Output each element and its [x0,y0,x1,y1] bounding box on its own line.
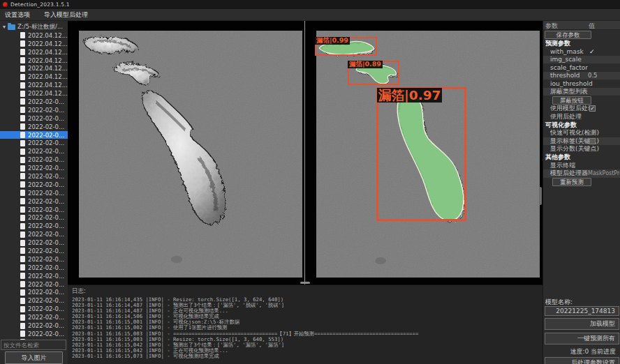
param-blocked-types[interactable]: 屏蔽类型列表 [543,88,620,96]
tree-root[interactable]: ▾Z:/5-标注数据/... [0,23,68,31]
tree-item-label: 2022.04.12... [28,65,68,72]
import-images-button[interactable]: 导入图片 [5,351,63,364]
detection-box: 漏箔|0.99 [315,37,377,56]
tree-item[interactable]: 2022.04.12... [0,40,68,48]
tree-item[interactable]: 2022-02-0... [0,123,68,131]
log-line: 2023-01-11 16:16:14,506 |INFO| - 可视化预测结果… [72,314,542,319]
tree-item-label: 2022.04.12... [28,40,68,47]
param-img-scale[interactable]: img_scale [543,56,620,64]
tree-item[interactable]: 2022-02-0... [0,330,68,338]
tree-item[interactable]: 2022-02-0... [0,255,68,264]
save-params-button[interactable]: 保存参数 [545,31,591,39]
file-icon [20,149,25,155]
image-canvas [68,21,542,285]
tree-item-label: 2022-02-0... [28,222,64,229]
log-title: 日志: [72,287,542,296]
tree-item[interactable]: 2022-02-0... [0,114,68,123]
tree-item[interactable]: 2022.04.12... [0,73,68,81]
tree-item[interactable]: 2022-02-0... [0,289,68,297]
tree-item-label: 2022-02-0... [28,107,64,114]
tree-item-label: 2022.04.12... [28,82,68,89]
tree-item[interactable]: 2022.04.12... [0,31,68,40]
tree-item[interactable]: 2022-02-0... [0,139,68,147]
tree-item[interactable]: 2022.04.12... [0,64,68,73]
tree-item-label: 2022-02-0... [28,305,64,312]
expand-arrow-icon[interactable]: ▾ [3,24,6,30]
splitter-handle[interactable] [300,282,310,284]
checkbox[interactable] [589,138,596,144]
file-icon [20,248,25,254]
filename-search-input[interactable] [1,340,66,350]
tree-item[interactable]: 2022-02-0... [0,247,68,255]
tree-root-label: Z:/5-标注数据/... [17,23,63,31]
param-scale-factor[interactable]: scale_factor [543,63,620,72]
tree-item[interactable]: 2022-02-0... [0,147,68,156]
menu-item-0[interactable]: 设置选项 [5,10,30,20]
file-icon [20,157,25,163]
tree-item[interactable]: 2022-02-0... [0,264,68,272]
file-icon [20,98,25,105]
params-header-name: 参数 [545,22,558,31]
checkbox[interactable]: ✓ [589,105,596,112]
param-show-scores[interactable]: 显示分数(关键点) [543,145,620,153]
file-icon [20,190,25,196]
tree-item[interactable]: 2022-02-0... [0,313,68,321]
file-icon [20,289,25,296]
tree-item-label: 2022-02-0... [28,264,64,271]
predict-all-button[interactable]: 一键预测所有 [545,333,619,344]
log-lines: 2023-01-11 16:16:14,435 |INFO| - Resize:… [72,297,542,359]
params-header-value: 值 [589,22,595,31]
original-image-panel[interactable] [79,31,302,278]
tree-item[interactable]: 2022-02-0... [0,305,68,313]
file-icon [20,173,25,179]
tree-item[interactable]: 2022-02-0... [0,189,68,197]
load-model-button[interactable]: 加载模型 [545,318,619,330]
tree-item[interactable]: 2022-02-0... [0,98,68,106]
tree-item-label: 2022-02-0... [28,314,64,321]
tree-item[interactable]: 2022-02-0... [0,181,68,189]
tree-item[interactable]: 2022.04.12... [0,48,68,56]
param-use-postprocess[interactable]: 使用后处理 [543,113,620,121]
title-bar: Detection_2023.1.5.1 [0,0,620,9]
file-tree: ▾Z:/5-标注数据/...2022.04.12...2022.04.12...… [0,21,68,340]
tree-item[interactable]: 2022-02-0... [0,156,68,164]
log-line: 2023-01-11 16:16:15,002 |INFO| - 使用了1张图片… [72,325,542,331]
param-label: scale_factor [543,64,588,71]
tree-item-label: 2022-02-0... [28,273,64,280]
tree-item[interactable]: 2022-02-0... [0,321,68,330]
tree-item[interactable]: 2022-02-0... [0,213,68,222]
file-icon [20,66,25,72]
postprocess-settings-button[interactable]: 后处理参数设置 [545,357,619,364]
tree-item[interactable]: 2022-02-0... [0,296,68,305]
tree-item[interactable]: 2022-02-0... [0,106,68,114]
menu-item-1[interactable]: 导入模型后处理 [44,10,88,20]
tree-item[interactable]: 2022-02-0... [0,206,68,214]
tree-item[interactable]: 2022.04.12... [0,81,68,89]
file-icon [20,91,25,97]
tree-item[interactable]: 2022.04.12... [0,89,68,98]
file-icon [20,331,25,337]
tree-item[interactable]: 2022-02-0... [0,238,68,247]
param-with-mask[interactable]: with_mask✓ [543,47,620,56]
tree-item[interactable]: 2022-02-0... [0,272,68,280]
tree-item[interactable]: 2022-02-0... [0,222,68,230]
repredict-button[interactable]: 重新预测 [552,178,591,186]
tree-item[interactable]: 2022.04.12... [0,56,68,65]
file-icon [20,232,25,238]
file-icon [20,256,25,262]
tree-item[interactable]: 2022-02-0... [0,230,68,238]
param-threshold[interactable]: threshold0.5 [543,72,620,80]
scrollbar-handle[interactable] [539,187,542,205]
tree-item[interactable]: 2022-02-0... [0,131,68,139]
log-line: 2023-01-11 16:16:15,001 |INFO| - 可视化json… [72,319,542,325]
tree-item[interactable]: 2022-02-0... [0,280,68,289]
tree-item-label: 2022-02-0... [28,123,64,130]
tree-item[interactable]: 2022-02-0... [0,197,68,206]
tree-item-label: 2022-02-0... [28,139,64,146]
file-icon [20,306,25,312]
tree-item[interactable]: 2022-02-0... [0,164,68,172]
tree-item[interactable]: 2022-02-0... [0,172,68,181]
block-button[interactable]: 屏蔽按钮 [552,96,591,105]
tree-item-label: 2022-02-0... [28,190,64,197]
param-model-postprocessor[interactable]: 模型后处理器MaskPostPro [543,169,620,178]
